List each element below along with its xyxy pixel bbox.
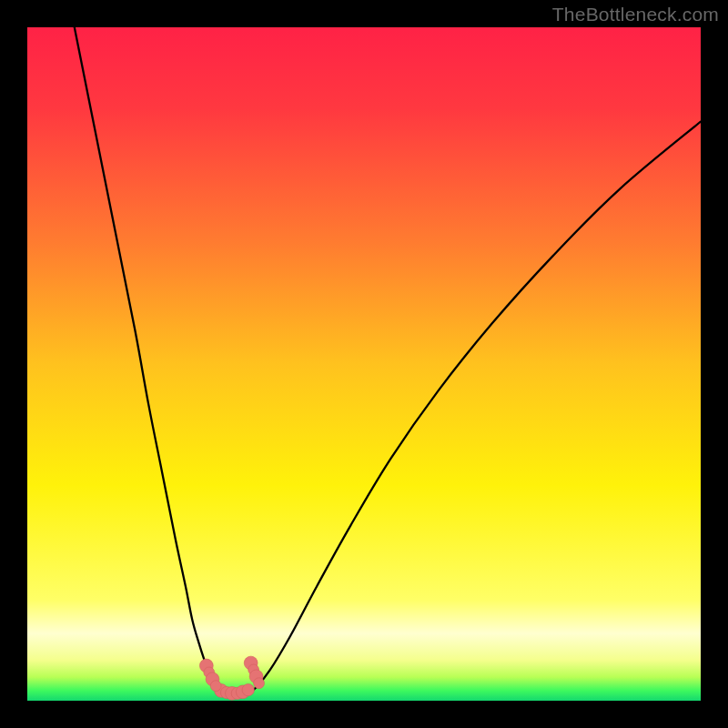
watermark-text: TheBottleneck.com xyxy=(552,4,719,25)
plot-area xyxy=(27,27,701,701)
data-marker xyxy=(210,681,221,692)
data-marker xyxy=(242,684,254,696)
data-marker xyxy=(254,678,265,689)
gradient-background xyxy=(27,27,701,701)
chart-svg xyxy=(27,27,701,701)
image-frame: TheBottleneck.com xyxy=(0,0,728,728)
